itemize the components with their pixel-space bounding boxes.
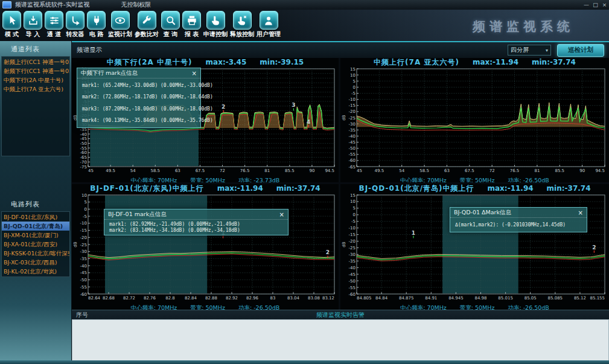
x-tick-label: 72 [220, 168, 225, 173]
circuit-list-item[interactable]: BJ-KSSK-01(北京/喀什深空站) [2, 249, 69, 258]
chart-status-line: 中心频率: 70MHz带宽: 50MHz功率: -26.50dB [340, 304, 609, 310]
y-tick-label: -5 [351, 219, 356, 224]
toolbar-button-label: 申请控制 [203, 30, 228, 39]
marker-label[interactable]: 2 [326, 249, 330, 255]
toolbar-button-hand[interactable]: 申请控制 [203, 11, 228, 39]
y-tick-label: -20 [80, 235, 87, 240]
eye-icon [111, 11, 130, 30]
toolbar-button-eye[interactable]: 监视计划 [108, 11, 132, 39]
channel-list-item[interactable]: 射频上行(CC1 神通一号02星) [2, 57, 69, 66]
permission-label: 无控制权限 [121, 1, 151, 9]
x-tick-label: 49.5 [106, 168, 115, 173]
circuit-list-item[interactable]: BJ-XA-01(北京/西安) [2, 240, 69, 249]
y-tick-label: -60 [80, 292, 87, 297]
marker-label[interactable]: 2 [592, 244, 596, 251]
x-tick-label: 85.5 [555, 168, 564, 173]
mark-info-tooltip: BJ-DF-01 mark点信息×mark1: (82.92MHz,-21.49… [104, 209, 289, 235]
chart-title: 中频下行(2A 中星十号) [107, 58, 193, 66]
app-icon [2, 1, 11, 8]
y-tick-label: -5 [83, 214, 87, 219]
toolbar-button-label: 释放控制 [230, 30, 254, 39]
marker-label[interactable]: 2 [222, 104, 225, 110]
y-tick-label: -30 [349, 122, 356, 127]
chart-bj-qd-01: BJ-QD-01(北京/青岛)中频上行max:-11.94min:-37.748… [340, 184, 609, 310]
x-tick-label: 63 [175, 168, 180, 173]
toolbar-button-label: 用户管理 [257, 30, 281, 39]
y-tick-label: -20 [349, 109, 356, 114]
spectrum-plot[interactable]: 4549.55458.56367.57276.58185.59094.51510… [340, 67, 609, 174]
toolbar-button-printer[interactable]: 报 表 [182, 11, 201, 39]
toolbar-button-plug[interactable]: 电 路 [87, 11, 106, 39]
toolbar-button-import[interactable]: 导 入 [24, 11, 42, 39]
x-tick-label: 82.92 [226, 296, 238, 301]
circuit-list-item[interactable]: BJ-KL-02(北京/岢岚) [2, 267, 69, 276]
chart-max-label: max:-11.94 [217, 184, 263, 193]
x-tick-label: 85.12 [574, 296, 586, 301]
minimize-button[interactable]: — [582, 2, 591, 8]
patrol-plan-button[interactable]: 巡检计划 [557, 44, 604, 57]
marker-label[interactable]: 3 [292, 102, 295, 108]
status-power: 功率: -23.73dB [238, 177, 279, 182]
x-tick-label: 90 [309, 168, 314, 173]
status-center: 中心频率: 70MHz [400, 177, 447, 182]
channel-list-item[interactable]: 中频上行(7A 亚太六号) [2, 85, 69, 94]
y-tick-label: -10 [349, 97, 356, 102]
channel-list-item[interactable]: 中频下行(2A 中星十号) [2, 75, 69, 85]
chart-status-line: 中心频率: 70MHz带宽: 50MHz功率: -23.73dB [72, 177, 339, 182]
y-tick-label: -10 [349, 226, 356, 231]
y-tick-label: -40 [349, 266, 356, 270]
chart-min-label: min:-39.15 [260, 58, 304, 66]
toolbar-button-cursor[interactable]: 模 式 [2, 11, 21, 39]
tooltip-title: 中频下行 mark点信息 [81, 69, 138, 77]
tooltip-close-icon[interactable]: × [578, 209, 583, 216]
y-tick-label: -50 [349, 146, 356, 151]
toolbar-button-search[interactable]: 查 询 [161, 11, 180, 39]
x-tick-label: 81 [534, 168, 540, 173]
toolbar-button-hand-x[interactable]: 释放控制 [230, 11, 254, 39]
toolbar-button-forwarder[interactable]: 转发器 [66, 11, 84, 39]
split-screen-select[interactable]: 四分屏 ▾ [508, 45, 551, 56]
forwarder-icon [66, 11, 84, 30]
channel-list-item[interactable]: 射频下行(CC1 神通一号02星) [2, 66, 69, 75]
x-tick-label: 84.945 [448, 296, 464, 301]
y-tick-label: -35 [80, 257, 87, 261]
tooltip-rows: mark1: (65.24MHz,-33.00dB) (0.00MHz,-33.… [77, 78, 200, 127]
tooltip-close-icon[interactable]: × [279, 211, 284, 218]
y-tick-label: 5 [353, 79, 356, 84]
toolbar-button-user[interactable]: 用户管理 [257, 11, 281, 39]
y-axis-label: dB [73, 241, 78, 247]
y-tick-label: -35 [349, 128, 356, 133]
split-screen-value: 四分屏 [511, 46, 529, 54]
y-axis-label: dB [342, 115, 346, 120]
close-button[interactable]: × [600, 2, 609, 8]
circuit-list-item[interactable]: BJ-DF-01(北京/东风) [2, 212, 69, 222]
marker-label[interactable]: 1 [412, 230, 415, 236]
chart-title: 中频上行(7A 亚太六号) [374, 58, 459, 66]
toolbar-button-label: 通 道 [47, 30, 61, 39]
x-tick-label: 76.5 [510, 168, 520, 173]
x-tick-label: 85.05 [525, 296, 537, 301]
circuit-list-item[interactable]: BJ-XM-01(北京/厦门) [2, 231, 69, 240]
circuit-list-item[interactable]: BJ-QD-01(北京/青岛) [2, 222, 69, 231]
x-tick-label: 94.5 [325, 168, 334, 173]
x-tick-label: 54 [399, 168, 404, 173]
chart-bj-df-01: BJ-DF-01(北京/东风)中频上行max:-11.94min:-37.748… [72, 184, 339, 310]
cursor-icon [2, 11, 21, 30]
toolbar-button-channels[interactable]: 通 道 [45, 11, 63, 39]
x-tick-label: 58.5 [419, 168, 429, 173]
y-tick-label: -25 [349, 116, 356, 121]
marker-label[interactable]: 4 [307, 119, 310, 125]
x-tick-label: 85.015 [498, 296, 513, 301]
x-tick-label: 82.72 [123, 296, 135, 301]
alarm-table-body[interactable] [72, 319, 609, 361]
maximize-button[interactable]: □ [591, 2, 600, 8]
alarm-panel: 序号 频谱监视实时告警 [72, 310, 609, 360]
toolbar-button-wrench[interactable]: 参数比对 [135, 11, 159, 39]
x-tick-label: 82.68 [103, 296, 115, 301]
channel-list-title: 通道列表 [0, 41, 71, 56]
tooltip-close-icon[interactable]: × [192, 70, 197, 77]
y-tick-label: 15 [350, 193, 356, 198]
tooltip-header: BJ-QD-01 ΔMark信息× [450, 208, 587, 218]
circuit-list-item[interactable]: BJ-XC-03(北京/西昌) [2, 258, 69, 267]
y-tick-label: -15 [349, 103, 356, 108]
